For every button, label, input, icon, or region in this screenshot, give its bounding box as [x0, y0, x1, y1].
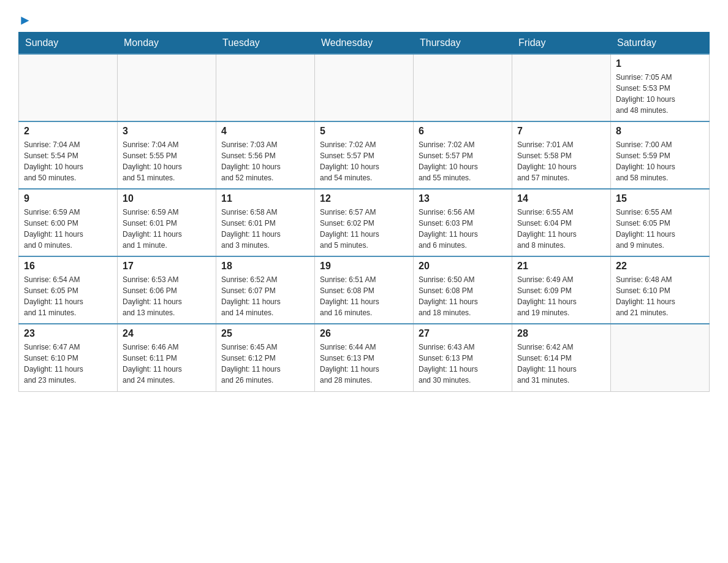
calendar-cell: 2Sunrise: 7:04 AMSunset: 5:54 PMDaylight…: [19, 121, 118, 189]
calendar-cell: [611, 324, 710, 391]
day-number: 6: [419, 126, 507, 137]
calendar-cell: 26Sunrise: 6:44 AMSunset: 6:13 PMDayligh…: [315, 324, 414, 391]
weekday-header-row: SundayMondayTuesdayWednesdayThursdayFrid…: [19, 33, 710, 55]
day-info: Sunrise: 7:04 AMSunset: 5:54 PMDaylight:…: [24, 139, 112, 183]
week-row-5: 23Sunrise: 6:47 AMSunset: 6:10 PMDayligh…: [19, 324, 710, 391]
day-info: Sunrise: 6:45 AMSunset: 6:12 PMDaylight:…: [221, 342, 309, 386]
week-row-3: 9Sunrise: 6:59 AMSunset: 6:00 PMDaylight…: [19, 189, 710, 256]
day-number: 17: [123, 261, 211, 272]
day-number: 14: [517, 193, 605, 204]
day-info: Sunrise: 6:54 AMSunset: 6:05 PMDaylight:…: [24, 274, 112, 318]
day-number: 12: [320, 193, 408, 204]
day-number: 23: [24, 328, 112, 339]
day-info: Sunrise: 7:03 AMSunset: 5:56 PMDaylight:…: [221, 139, 309, 183]
calendar-cell: 10Sunrise: 6:59 AMSunset: 6:01 PMDayligh…: [118, 189, 216, 256]
calendar-cell: 4Sunrise: 7:03 AMSunset: 5:56 PMDaylight…: [216, 121, 315, 189]
day-number: 18: [221, 261, 309, 272]
day-info: Sunrise: 6:42 AMSunset: 6:14 PMDaylight:…: [517, 342, 605, 386]
calendar-cell: 23Sunrise: 6:47 AMSunset: 6:10 PMDayligh…: [19, 324, 118, 391]
weekday-header-monday: Monday: [118, 33, 216, 55]
calendar-cell: [19, 54, 118, 121]
calendar-cell: [414, 54, 512, 121]
calendar-cell: 9Sunrise: 6:59 AMSunset: 6:00 PMDaylight…: [19, 189, 118, 256]
day-info: Sunrise: 6:50 AMSunset: 6:08 PMDaylight:…: [419, 274, 507, 318]
calendar-cell: 6Sunrise: 7:02 AMSunset: 5:57 PMDaylight…: [414, 121, 512, 189]
day-number: 1: [616, 58, 704, 69]
week-row-4: 16Sunrise: 6:54 AMSunset: 6:05 PMDayligh…: [19, 256, 710, 324]
day-number: 8: [616, 126, 704, 137]
day-info: Sunrise: 6:59 AMSunset: 6:00 PMDaylight:…: [24, 207, 112, 251]
day-number: 19: [320, 261, 408, 272]
day-number: 16: [24, 261, 112, 272]
day-info: Sunrise: 7:04 AMSunset: 5:55 PMDaylight:…: [123, 139, 211, 183]
day-number: 27: [419, 328, 507, 339]
day-info: Sunrise: 6:57 AMSunset: 6:02 PMDaylight:…: [320, 207, 408, 251]
logo: ►: [18, 12, 32, 26]
weekday-header-wednesday: Wednesday: [315, 33, 414, 55]
calendar-cell: 12Sunrise: 6:57 AMSunset: 6:02 PMDayligh…: [315, 189, 414, 256]
weekday-header-tuesday: Tuesday: [216, 33, 315, 55]
week-row-2: 2Sunrise: 7:04 AMSunset: 5:54 PMDaylight…: [19, 121, 710, 189]
day-info: Sunrise: 6:47 AMSunset: 6:10 PMDaylight:…: [24, 342, 112, 386]
day-number: 15: [616, 193, 704, 204]
day-info: Sunrise: 6:58 AMSunset: 6:01 PMDaylight:…: [221, 207, 309, 251]
calendar-cell: 21Sunrise: 6:49 AMSunset: 6:09 PMDayligh…: [512, 256, 611, 324]
day-number: 24: [123, 328, 211, 339]
calendar-cell: 3Sunrise: 7:04 AMSunset: 5:55 PMDaylight…: [118, 121, 216, 189]
day-number: 28: [517, 328, 605, 339]
calendar-cell: 16Sunrise: 6:54 AMSunset: 6:05 PMDayligh…: [19, 256, 118, 324]
day-info: Sunrise: 7:02 AMSunset: 5:57 PMDaylight:…: [419, 139, 507, 183]
calendar-cell: [512, 54, 611, 121]
day-number: 4: [221, 126, 309, 137]
calendar-cell: 7Sunrise: 7:01 AMSunset: 5:58 PMDaylight…: [512, 121, 611, 189]
calendar-cell: 28Sunrise: 6:42 AMSunset: 6:14 PMDayligh…: [512, 324, 611, 391]
day-info: Sunrise: 6:51 AMSunset: 6:08 PMDaylight:…: [320, 274, 408, 318]
day-number: 20: [419, 261, 507, 272]
day-number: 25: [221, 328, 309, 339]
calendar-cell: 1Sunrise: 7:05 AMSunset: 5:53 PMDaylight…: [611, 54, 710, 121]
day-info: Sunrise: 6:56 AMSunset: 6:03 PMDaylight:…: [419, 207, 507, 251]
day-number: 13: [419, 193, 507, 204]
calendar-cell: 22Sunrise: 6:48 AMSunset: 6:10 PMDayligh…: [611, 256, 710, 324]
day-info: Sunrise: 6:48 AMSunset: 6:10 PMDaylight:…: [616, 274, 704, 318]
day-number: 7: [517, 126, 605, 137]
day-info: Sunrise: 6:55 AMSunset: 6:05 PMDaylight:…: [616, 207, 704, 251]
calendar-cell: 27Sunrise: 6:43 AMSunset: 6:13 PMDayligh…: [414, 324, 512, 391]
calendar-cell: 25Sunrise: 6:45 AMSunset: 6:12 PMDayligh…: [216, 324, 315, 391]
day-info: Sunrise: 6:46 AMSunset: 6:11 PMDaylight:…: [123, 342, 211, 386]
day-number: 9: [24, 193, 112, 204]
week-row-1: 1Sunrise: 7:05 AMSunset: 5:53 PMDaylight…: [19, 54, 710, 121]
logo-blue-part: ►: [18, 12, 32, 28]
calendar-cell: 17Sunrise: 6:53 AMSunset: 6:06 PMDayligh…: [118, 256, 216, 324]
day-info: Sunrise: 6:43 AMSunset: 6:13 PMDaylight:…: [419, 342, 507, 386]
day-number: 21: [517, 261, 605, 272]
day-number: 11: [221, 193, 309, 204]
calendar-cell: 5Sunrise: 7:02 AMSunset: 5:57 PMDaylight…: [315, 121, 414, 189]
day-info: Sunrise: 6:59 AMSunset: 6:01 PMDaylight:…: [123, 207, 211, 251]
day-number: 10: [123, 193, 211, 204]
page-header: ►: [18, 12, 710, 26]
day-info: Sunrise: 7:05 AMSunset: 5:53 PMDaylight:…: [616, 72, 704, 116]
day-number: 5: [320, 126, 408, 137]
calendar-table: SundayMondayTuesdayWednesdayThursdayFrid…: [18, 32, 710, 392]
calendar-cell: 8Sunrise: 7:00 AMSunset: 5:59 PMDaylight…: [611, 121, 710, 189]
day-number: 26: [320, 328, 408, 339]
weekday-header-thursday: Thursday: [414, 33, 512, 55]
calendar-cell: 18Sunrise: 6:52 AMSunset: 6:07 PMDayligh…: [216, 256, 315, 324]
calendar-cell: 19Sunrise: 6:51 AMSunset: 6:08 PMDayligh…: [315, 256, 414, 324]
calendar-cell: [315, 54, 414, 121]
calendar-cell: 15Sunrise: 6:55 AMSunset: 6:05 PMDayligh…: [611, 189, 710, 256]
day-info: Sunrise: 6:53 AMSunset: 6:06 PMDaylight:…: [123, 274, 211, 318]
day-info: Sunrise: 6:52 AMSunset: 6:07 PMDaylight:…: [221, 274, 309, 318]
weekday-header-friday: Friday: [512, 33, 611, 55]
day-info: Sunrise: 6:55 AMSunset: 6:04 PMDaylight:…: [517, 207, 605, 251]
calendar-cell: 13Sunrise: 6:56 AMSunset: 6:03 PMDayligh…: [414, 189, 512, 256]
calendar-cell: [216, 54, 315, 121]
day-number: 3: [123, 126, 211, 137]
weekday-header-sunday: Sunday: [19, 33, 118, 55]
day-info: Sunrise: 6:49 AMSunset: 6:09 PMDaylight:…: [517, 274, 605, 318]
day-number: 2: [24, 126, 112, 137]
calendar-cell: 20Sunrise: 6:50 AMSunset: 6:08 PMDayligh…: [414, 256, 512, 324]
calendar-cell: 14Sunrise: 6:55 AMSunset: 6:04 PMDayligh…: [512, 189, 611, 256]
day-info: Sunrise: 7:02 AMSunset: 5:57 PMDaylight:…: [320, 139, 408, 183]
